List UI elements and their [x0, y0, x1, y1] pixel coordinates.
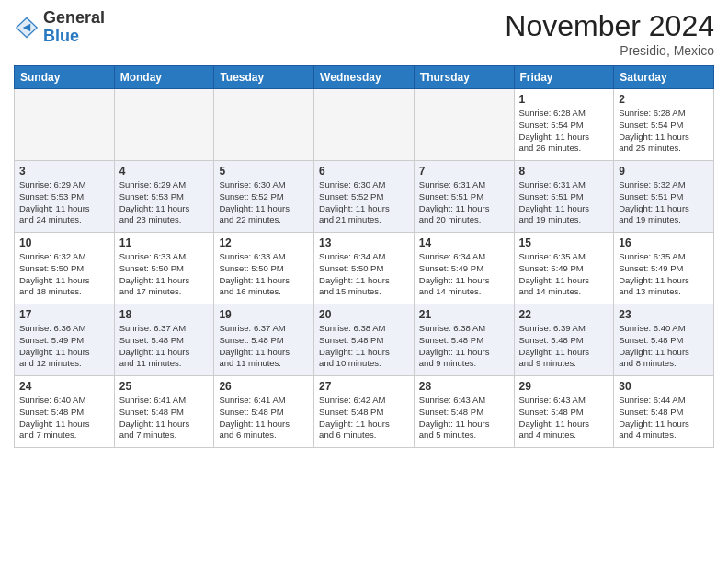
day-number: 11: [119, 236, 210, 249]
day-info: Sunrise: 6:31 AM Sunset: 5:51 PM Dayligh…: [519, 179, 609, 226]
day-info: Sunrise: 6:30 AM Sunset: 5:52 PM Dayligh…: [219, 179, 309, 226]
day-info: Sunrise: 6:39 AM Sunset: 5:48 PM Dayligh…: [519, 323, 609, 370]
calendar-cell: 16Sunrise: 6:35 AM Sunset: 5:49 PM Dayli…: [614, 233, 714, 304]
logo: General Blue: [14, 9, 105, 46]
calendar-cell: 9Sunrise: 6:32 AM Sunset: 5:51 PM Daylig…: [614, 161, 714, 233]
day-info: Sunrise: 6:38 AM Sunset: 5:48 PM Dayligh…: [319, 323, 409, 370]
calendar-cell: 10Sunrise: 6:32 AM Sunset: 5:50 PM Dayli…: [15, 233, 115, 304]
day-number: 22: [519, 308, 609, 321]
weekday-header-friday: Friday: [514, 66, 614, 89]
day-number: 23: [619, 308, 709, 321]
calendar-cell: 3Sunrise: 6:29 AM Sunset: 5:53 PM Daylig…: [15, 161, 115, 233]
day-info: Sunrise: 6:34 AM Sunset: 5:49 PM Dayligh…: [419, 251, 509, 298]
calendar-cell: 13Sunrise: 6:34 AM Sunset: 5:50 PM Dayli…: [314, 233, 415, 304]
calendar-cell: 26Sunrise: 6:41 AM Sunset: 5:48 PM Dayli…: [214, 376, 314, 448]
calendar-cell: 12Sunrise: 6:33 AM Sunset: 5:50 PM Dayli…: [214, 233, 314, 304]
calendar-cell: [214, 89, 314, 161]
logo-icon: [14, 15, 40, 40]
weekday-header-wednesday: Wednesday: [314, 66, 415, 89]
calendar-week-2: 3Sunrise: 6:29 AM Sunset: 5:53 PM Daylig…: [15, 161, 714, 233]
calendar-cell: 20Sunrise: 6:38 AM Sunset: 5:48 PM Dayli…: [314, 304, 415, 376]
day-info: Sunrise: 6:37 AM Sunset: 5:48 PM Dayligh…: [219, 323, 309, 370]
day-number: 8: [519, 165, 609, 178]
calendar-cell: 21Sunrise: 6:38 AM Sunset: 5:48 PM Dayli…: [414, 304, 514, 376]
logo-text: General Blue: [43, 9, 105, 46]
day-number: 1: [519, 93, 609, 106]
day-number: 13: [319, 236, 409, 249]
weekday-header-thursday: Thursday: [414, 66, 514, 89]
day-info: Sunrise: 6:28 AM Sunset: 5:54 PM Dayligh…: [519, 108, 609, 155]
day-info: Sunrise: 6:43 AM Sunset: 5:48 PM Dayligh…: [519, 395, 609, 442]
calendar-cell: 28Sunrise: 6:43 AM Sunset: 5:48 PM Dayli…: [414, 376, 514, 448]
day-number: 26: [219, 380, 309, 393]
day-number: 29: [519, 380, 609, 393]
day-info: Sunrise: 6:33 AM Sunset: 5:50 PM Dayligh…: [119, 251, 210, 298]
month-title: November 2024: [505, 9, 714, 43]
calendar-cell: 23Sunrise: 6:40 AM Sunset: 5:48 PM Dayli…: [614, 304, 714, 376]
location-text: Presidio, Mexico: [505, 43, 714, 58]
calendar-cell: 8Sunrise: 6:31 AM Sunset: 5:51 PM Daylig…: [514, 161, 614, 233]
day-info: Sunrise: 6:40 AM Sunset: 5:48 PM Dayligh…: [619, 323, 709, 370]
day-info: Sunrise: 6:41 AM Sunset: 5:48 PM Dayligh…: [219, 395, 309, 442]
calendar-cell: 18Sunrise: 6:37 AM Sunset: 5:48 PM Dayli…: [114, 304, 214, 376]
day-info: Sunrise: 6:34 AM Sunset: 5:50 PM Dayligh…: [319, 251, 409, 298]
calendar-cell: 25Sunrise: 6:41 AM Sunset: 5:48 PM Dayli…: [114, 376, 214, 448]
day-number: 10: [19, 236, 109, 249]
calendar-cell: 19Sunrise: 6:37 AM Sunset: 5:48 PM Dayli…: [214, 304, 314, 376]
calendar-cell: [15, 89, 115, 161]
logo-general-text: General: [43, 8, 105, 27]
day-info: Sunrise: 6:38 AM Sunset: 5:48 PM Dayligh…: [419, 323, 509, 370]
calendar-cell: 22Sunrise: 6:39 AM Sunset: 5:48 PM Dayli…: [514, 304, 614, 376]
page-header: General Blue November 2024 Presidio, Mex…: [14, 9, 714, 58]
calendar-cell: 1Sunrise: 6:28 AM Sunset: 5:54 PM Daylig…: [514, 89, 614, 161]
day-info: Sunrise: 6:32 AM Sunset: 5:51 PM Dayligh…: [619, 179, 709, 226]
day-number: 7: [419, 165, 509, 178]
title-area: November 2024 Presidio, Mexico: [505, 9, 714, 58]
day-info: Sunrise: 6:43 AM Sunset: 5:48 PM Dayligh…: [419, 395, 509, 442]
calendar-cell: 11Sunrise: 6:33 AM Sunset: 5:50 PM Dayli…: [114, 233, 214, 304]
day-number: 24: [19, 380, 109, 393]
calendar-week-3: 10Sunrise: 6:32 AM Sunset: 5:50 PM Dayli…: [15, 233, 714, 304]
day-info: Sunrise: 6:42 AM Sunset: 5:48 PM Dayligh…: [319, 395, 409, 442]
day-number: 6: [319, 165, 409, 178]
day-info: Sunrise: 6:32 AM Sunset: 5:50 PM Dayligh…: [19, 251, 109, 298]
logo-blue-text: Blue: [43, 27, 79, 45]
calendar-cell: [314, 89, 415, 161]
calendar-cell: [414, 89, 514, 161]
calendar-cell: 5Sunrise: 6:30 AM Sunset: 5:52 PM Daylig…: [214, 161, 314, 233]
day-number: 30: [619, 380, 709, 393]
day-number: 17: [19, 308, 109, 321]
calendar-cell: 30Sunrise: 6:44 AM Sunset: 5:48 PM Dayli…: [614, 376, 714, 448]
day-info: Sunrise: 6:37 AM Sunset: 5:48 PM Dayligh…: [119, 323, 210, 370]
day-number: 21: [419, 308, 509, 321]
calendar-cell: 4Sunrise: 6:29 AM Sunset: 5:53 PM Daylig…: [114, 161, 214, 233]
day-info: Sunrise: 6:30 AM Sunset: 5:52 PM Dayligh…: [319, 179, 409, 226]
calendar-cell: 27Sunrise: 6:42 AM Sunset: 5:48 PM Dayli…: [314, 376, 415, 448]
day-info: Sunrise: 6:33 AM Sunset: 5:50 PM Dayligh…: [219, 251, 309, 298]
calendar-cell: 15Sunrise: 6:35 AM Sunset: 5:49 PM Dayli…: [514, 233, 614, 304]
day-info: Sunrise: 6:31 AM Sunset: 5:51 PM Dayligh…: [419, 179, 509, 226]
day-number: 16: [619, 236, 709, 249]
day-number: 15: [519, 236, 609, 249]
weekday-header-tuesday: Tuesday: [214, 66, 314, 89]
day-number: 12: [219, 236, 309, 249]
day-number: 27: [319, 380, 409, 393]
calendar-cell: 24Sunrise: 6:40 AM Sunset: 5:48 PM Dayli…: [15, 376, 115, 448]
day-info: Sunrise: 6:29 AM Sunset: 5:53 PM Dayligh…: [119, 179, 210, 226]
weekday-header-sunday: Sunday: [15, 66, 115, 89]
day-info: Sunrise: 6:44 AM Sunset: 5:48 PM Dayligh…: [619, 395, 709, 442]
day-number: 3: [19, 165, 109, 178]
day-info: Sunrise: 6:28 AM Sunset: 5:54 PM Dayligh…: [619, 108, 709, 155]
calendar-cell: [114, 89, 214, 161]
calendar-cell: 2Sunrise: 6:28 AM Sunset: 5:54 PM Daylig…: [614, 89, 714, 161]
day-number: 2: [619, 93, 709, 106]
day-number: 14: [419, 236, 509, 249]
page-container: General Blue November 2024 Presidio, Mex…: [0, 0, 728, 457]
day-number: 9: [619, 165, 709, 178]
day-number: 28: [419, 380, 509, 393]
day-number: 25: [119, 380, 210, 393]
calendar-cell: 14Sunrise: 6:34 AM Sunset: 5:49 PM Dayli…: [414, 233, 514, 304]
day-info: Sunrise: 6:36 AM Sunset: 5:49 PM Dayligh…: [19, 323, 109, 370]
day-number: 19: [219, 308, 309, 321]
calendar-week-1: 1Sunrise: 6:28 AM Sunset: 5:54 PM Daylig…: [15, 89, 714, 161]
